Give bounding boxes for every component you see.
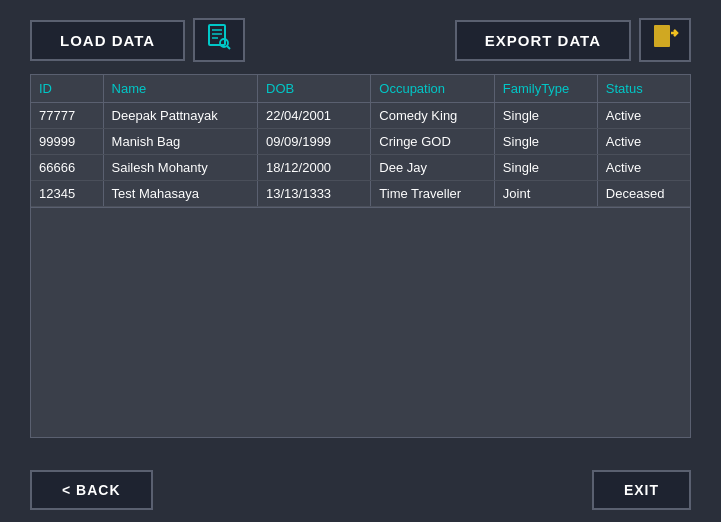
cell-dob: 22/04/2001 [258, 103, 371, 129]
table-row[interactable]: 66666 Sailesh Mohanty 18/12/2000 Dee Jay… [31, 155, 690, 181]
cell-name: Sailesh Mohanty [103, 155, 257, 181]
svg-line-5 [227, 46, 230, 49]
cell-familytype: Single [494, 155, 597, 181]
table-row[interactable]: 12345 Test Mahasaya 13/13/1333 Time Trav… [31, 181, 690, 207]
cell-status: Active [597, 155, 690, 181]
cell-name: Manish Bag [103, 129, 257, 155]
cell-dob: 18/12/2000 [258, 155, 371, 181]
back-button[interactable]: < BACK [30, 470, 153, 510]
cell-familytype: Joint [494, 181, 597, 207]
table-container: ID Name DOB Occupation FamilyType Status… [0, 74, 721, 438]
search-document-icon [205, 23, 233, 57]
cell-occupation: Cringe GOD [371, 129, 495, 155]
cell-occupation: Comedy King [371, 103, 495, 129]
load-icon-button[interactable] [193, 18, 245, 62]
table-row[interactable]: 99999 Manish Bag 09/09/1999 Cringe GOD S… [31, 129, 690, 155]
export-document-icon [651, 23, 679, 57]
load-data-button[interactable]: LOAD DATA [30, 20, 185, 61]
empty-area [30, 208, 691, 438]
header-dob: DOB [258, 75, 371, 103]
header-familytype: FamilyType [494, 75, 597, 103]
top-bar: LOAD DATA EXPORT DATA [0, 0, 721, 74]
cell-status: Deceased [597, 181, 690, 207]
table-row[interactable]: 77777 Deepak Pattnayak 22/04/2001 Comedy… [31, 103, 690, 129]
load-group: LOAD DATA [30, 18, 245, 62]
cell-familytype: Single [494, 129, 597, 155]
cell-name: Deepak Pattnayak [103, 103, 257, 129]
export-data-button[interactable]: EXPORT DATA [455, 20, 631, 61]
cell-name: Test Mahasaya [103, 181, 257, 207]
table-header-row: ID Name DOB Occupation FamilyType Status [31, 75, 690, 103]
cell-id: 99999 [31, 129, 103, 155]
svg-rect-0 [209, 25, 225, 45]
data-table: ID Name DOB Occupation FamilyType Status… [31, 75, 690, 207]
cell-occupation: Dee Jay [371, 155, 495, 181]
cell-dob: 13/13/1333 [258, 181, 371, 207]
export-group: EXPORT DATA [455, 18, 691, 62]
cell-dob: 09/09/1999 [258, 129, 371, 155]
cell-id: 12345 [31, 181, 103, 207]
header-id: ID [31, 75, 103, 103]
header-status: Status [597, 75, 690, 103]
export-icon-button[interactable] [639, 18, 691, 62]
cell-id: 66666 [31, 155, 103, 181]
exit-button[interactable]: EXIT [592, 470, 691, 510]
cell-status: Active [597, 103, 690, 129]
header-occupation: Occupation [371, 75, 495, 103]
cell-occupation: Time Traveller [371, 181, 495, 207]
cell-id: 77777 [31, 103, 103, 129]
bottom-bar: < BACK EXIT [0, 458, 721, 522]
svg-rect-6 [654, 25, 670, 47]
cell-familytype: Single [494, 103, 597, 129]
cell-status: Active [597, 129, 690, 155]
header-name: Name [103, 75, 257, 103]
